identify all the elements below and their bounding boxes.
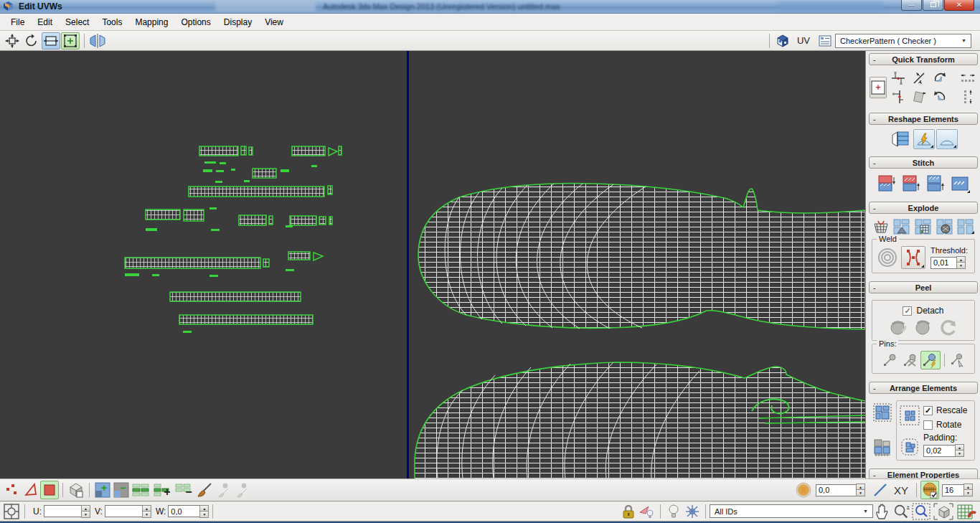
spinner-down-icon[interactable]: ▼ <box>955 451 964 457</box>
threshold-value[interactable]: 0,01 <box>930 257 956 269</box>
space-horizontal-button[interactable] <box>958 70 977 87</box>
spinner-down-icon[interactable]: ▼ <box>142 512 151 518</box>
grid-size-value[interactable]: 16 <box>942 484 963 496</box>
u-spinner[interactable]: ▲ ▼ <box>44 505 90 518</box>
rotate-button[interactable] <box>22 32 41 50</box>
align-vertical-button[interactable] <box>888 88 908 105</box>
absolute-offset-toggle[interactable] <box>2 502 21 521</box>
weld-selected-button[interactable] <box>901 246 925 269</box>
uv-mesh-island-1[interactable] <box>418 184 865 329</box>
soft-selection-value[interactable]: 0,0 <box>816 484 856 496</box>
flatten-custom-button[interactable] <box>871 218 891 235</box>
pin-select-button[interactable] <box>948 352 967 369</box>
straighten-selection-button[interactable] <box>889 129 912 149</box>
spinner-up-icon[interactable]: ▲ <box>955 444 964 451</box>
texture-pattern-dropdown[interactable]: CheckerPattern ( Checker ) ▼ <box>835 34 971 48</box>
shrink-loop-button[interactable]: − <box>174 481 195 499</box>
pack-normalize-icon[interactable] <box>873 403 892 422</box>
u-value[interactable] <box>44 505 81 517</box>
uv-islands[interactable] <box>125 146 341 333</box>
rotate-pack-icon[interactable] <box>900 437 920 457</box>
uv-space-label[interactable]: UV <box>797 35 810 46</box>
break-by-material-button[interactable] <box>935 218 955 235</box>
spinner-up-icon[interactable]: ▲ <box>856 484 865 490</box>
stitch-custom-button[interactable] <box>875 173 898 194</box>
close-button[interactable]: ✕ <box>944 0 974 11</box>
show-map-button[interactable] <box>773 32 792 50</box>
spinner-up-icon[interactable]: ▲ <box>956 256 966 263</box>
falloff-space-label[interactable]: XY <box>894 484 908 496</box>
rollout-header-stitch[interactable]: - Stitch <box>869 156 978 169</box>
explode-to-faces-button[interactable] <box>956 218 976 235</box>
threshold-spin-buttons[interactable]: ▲ ▼ <box>956 256 966 269</box>
w-spinner[interactable]: 0,0 ▲ ▼ <box>168 505 209 518</box>
rollout-header-reshape[interactable]: - Reshape Elements <box>869 113 978 125</box>
rescale-pack-icon[interactable] <box>900 405 920 425</box>
edge-mode-button[interactable] <box>22 481 40 499</box>
rollout-header-quick-transform[interactable]: - Quick Transform <box>869 53 978 65</box>
spinner-down-icon[interactable]: ▼ <box>199 512 209 518</box>
v-spinner[interactable]: ▲ ▼ <box>105 505 151 518</box>
select-element-button[interactable] <box>67 481 85 499</box>
rotate-checkbox[interactable] <box>923 420 933 430</box>
menu-options[interactable]: Options <box>174 15 217 29</box>
stitch-selected-button[interactable] <box>948 173 971 194</box>
rollout-header-peel[interactable]: - Peel <box>869 281 978 293</box>
rotate-ccw-button[interactable] <box>930 88 949 105</box>
menu-tools[interactable]: Tools <box>95 15 128 29</box>
menu-edit[interactable]: Edit <box>31 15 59 29</box>
show-hidden-button[interactable] <box>664 502 683 521</box>
stitch-to-target-button[interactable] <box>900 173 923 194</box>
spinner-up-icon[interactable]: ▲ <box>81 505 90 512</box>
spinner-down-icon[interactable]: ▼ <box>956 263 966 269</box>
paint-shrink-button[interactable] <box>232 481 251 499</box>
move-pivot-button[interactable]: + <box>870 77 887 98</box>
freeze-button[interactable] <box>683 502 702 521</box>
scale-button[interactable] <box>42 32 60 50</box>
menu-view[interactable]: View <box>258 15 290 29</box>
detach-checkbox[interactable]: ✓ <box>903 306 912 316</box>
break-by-angle-button[interactable] <box>892 218 913 235</box>
pack-together-icon[interactable] <box>873 438 892 457</box>
options-button[interactable] <box>816 32 834 50</box>
edge-distance-button[interactable] <box>871 481 890 499</box>
grow-loop-button[interactable]: + <box>152 481 174 499</box>
grid-snap-button[interactable] <box>955 502 978 521</box>
zoom-region-button[interactable] <box>910 502 932 521</box>
grid-size-spinner[interactable]: 16 ▲ ▼ <box>942 484 973 496</box>
relax-until-flat-button[interactable] <box>913 129 935 149</box>
quick-peel-icon[interactable] <box>888 319 910 337</box>
break-by-smoothing-button[interactable] <box>913 218 933 235</box>
padding-value[interactable]: 0,02 <box>923 445 955 457</box>
soft-selection-button[interactable] <box>794 481 813 499</box>
spinner-up-icon[interactable]: ▲ <box>199 505 209 512</box>
mirror-button[interactable] <box>88 32 107 50</box>
spinner-up-icon[interactable]: ▲ <box>142 505 151 512</box>
v-value[interactable] <box>105 505 142 517</box>
rotate-cw-button[interactable] <box>930 70 949 87</box>
move-button[interactable] <box>3 32 22 50</box>
w-spin-buttons[interactable]: ▲ ▼ <box>199 505 209 518</box>
restore-button[interactable] <box>923 0 943 11</box>
grid-spin-buttons[interactable]: ▲ ▼ <box>963 484 973 496</box>
vertex-mode-button[interactable] <box>3 481 22 499</box>
rollout-header-element-properties[interactable]: - Element Properties <box>869 468 978 479</box>
menu-file[interactable]: File <box>4 15 31 29</box>
soft-selection-spinner[interactable]: 0,0 ▲ ▼ <box>816 484 865 496</box>
freeform-mode-button[interactable] <box>61 32 80 50</box>
pan-button[interactable] <box>873 502 892 521</box>
spinner-up-icon[interactable]: ▲ <box>963 484 973 490</box>
threshold-spinner[interactable]: 0,01 ▲ ▼ <box>930 256 968 269</box>
uv-editor-canvas[interactable] <box>0 51 865 479</box>
unpin-tool-button[interactable] <box>900 352 919 369</box>
zoom-extents-button[interactable] <box>932 502 955 521</box>
pin-selected-button[interactable] <box>920 351 941 369</box>
padding-spin-buttons[interactable]: ▲ ▼ <box>955 444 964 457</box>
lock-selection-button[interactable] <box>619 502 638 521</box>
select-loop-button[interactable] <box>131 481 152 499</box>
zoom-button[interactable]: ± <box>892 502 910 521</box>
snap-toggle-button[interactable] <box>920 481 939 499</box>
align-horizontal-button[interactable] <box>888 70 908 87</box>
polygon-mode-button[interactable] <box>40 481 59 499</box>
rescale-checkbox[interactable]: ✓ <box>923 406 933 415</box>
